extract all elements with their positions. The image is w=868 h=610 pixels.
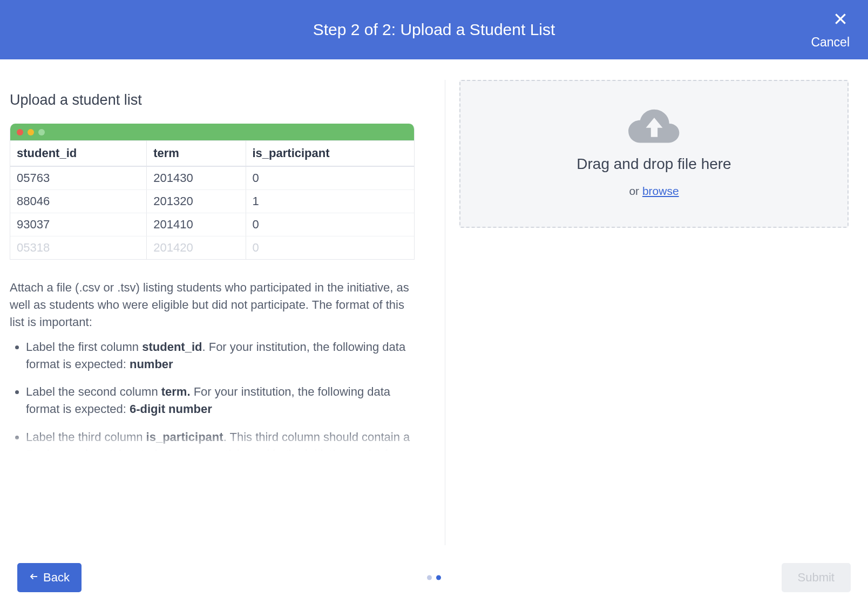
- close-button[interactable]: [833, 12, 847, 28]
- back-button[interactable]: Back: [17, 563, 82, 592]
- table-row: 930372014100: [10, 213, 414, 236]
- table-cell: 88046: [10, 190, 147, 213]
- table-cell: 93037: [10, 213, 147, 236]
- table-cell: 201420: [147, 236, 246, 260]
- sample-table: student_idtermis_participant 05763201430…: [10, 140, 414, 259]
- table-cell: 05763: [10, 166, 147, 190]
- vertical-divider: [445, 80, 445, 545]
- table-header: is_participant: [246, 141, 414, 167]
- traffic-light-minimize-icon: [28, 129, 34, 135]
- step-indicator: [427, 575, 441, 580]
- or-label: or: [629, 185, 642, 197]
- dropzone-title: Drag and drop file here: [471, 155, 837, 173]
- table-header: term: [147, 141, 246, 167]
- table-cell: 201320: [147, 190, 246, 213]
- traffic-light-zoom-icon: [38, 129, 45, 135]
- step-title: Step 2 of 2: Upload a Student List: [313, 21, 555, 39]
- instruction-bullet: Label the second column term. For your i…: [26, 383, 417, 418]
- modal-header: Step 2 of 2: Upload a Student List Cance…: [0, 0, 868, 59]
- section-title: Upload a student list: [10, 92, 436, 109]
- table-header: student_id: [10, 141, 147, 167]
- traffic-light-close-icon: [17, 129, 23, 135]
- table-cell: 05318: [10, 236, 147, 260]
- instruction-bullet: Label the third column is_participant. T…: [26, 429, 417, 451]
- step-dot-2: [436, 575, 441, 580]
- dropzone-subtext: or browse: [471, 185, 837, 198]
- sample-file-preview: student_idtermis_participant 05763201430…: [10, 124, 415, 260]
- browse-link[interactable]: browse: [642, 185, 679, 197]
- table-cell: 0: [246, 236, 414, 260]
- step-dot-1: [427, 575, 432, 580]
- table-row: 880462013201: [10, 190, 414, 213]
- submit-button[interactable]: Submit: [782, 563, 851, 592]
- instructions: Attach a file (.csv or .tsv) listing stu…: [10, 279, 417, 451]
- file-dropzone[interactable]: Drag and drop file here or browse: [459, 80, 849, 228]
- intro-paragraph: Attach a file (.csv or .tsv) listing stu…: [10, 279, 417, 331]
- table-cell: 1: [246, 190, 414, 213]
- back-button-label: Back: [43, 571, 70, 585]
- cancel-link[interactable]: Cancel: [811, 35, 850, 50]
- arrow-left-icon: [29, 571, 39, 585]
- table-cell: 201430: [147, 166, 246, 190]
- window-titlebar: [10, 124, 414, 140]
- table-row: 057632014300: [10, 166, 414, 190]
- table-cell: 0: [246, 166, 414, 190]
- modal-footer: Back Submit: [0, 545, 868, 610]
- instruction-bullet: Label the first column student_id. For y…: [26, 338, 417, 373]
- cloud-upload-icon: [627, 146, 681, 155]
- close-icon: [833, 18, 847, 28]
- table-cell: 0: [246, 213, 414, 236]
- table-row: 053182014200: [10, 236, 414, 260]
- table-cell: 201410: [147, 213, 246, 236]
